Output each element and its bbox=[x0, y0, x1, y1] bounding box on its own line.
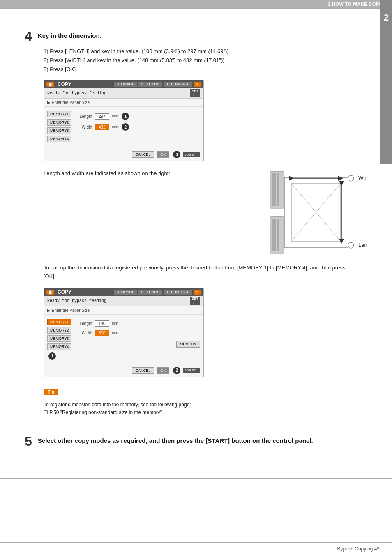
memory-label-btn[interactable]: MEMORY bbox=[176, 341, 200, 348]
panel1-body: MEMORY1 MEMORY2 MEMORY3 MEMORY4 Length 2… bbox=[44, 107, 203, 148]
step5-number: 5 bbox=[25, 435, 32, 448]
panel1-status-text: Ready for bypass feeding bbox=[47, 91, 106, 96]
panel2-title: COPY bbox=[58, 289, 111, 295]
panel2-header: 📋 COPY STORAGE SETTINGS ★ TEMPLATE ? bbox=[44, 288, 203, 296]
panel2-subtitle: ▶ Enter the Paper Size bbox=[44, 306, 203, 315]
panel1-nav: STORAGE SETTINGS ★ TEMPLATE ? bbox=[114, 82, 201, 87]
panel2-status-text: Ready for bypass feeding bbox=[47, 299, 106, 303]
page-header: 2 HOW TO MAKE COPIES bbox=[0, 0, 392, 8]
help-btn[interactable]: ? bbox=[194, 82, 201, 87]
cancel-btn-2[interactable]: CANCEL bbox=[132, 367, 154, 374]
panel1-status: Ready for bypass feeding SET1 bbox=[44, 88, 203, 99]
panel1-title: COPY bbox=[58, 81, 111, 87]
page-footer: Bypass Copying 49 bbox=[0, 542, 392, 555]
length-field-row: Length 297 mm 1 bbox=[76, 113, 200, 120]
p2-memory4-btn[interactable]: MEMORY4 bbox=[47, 343, 71, 350]
callout-p2-2: 2 bbox=[173, 367, 180, 374]
template-btn[interactable]: ★ TEMPLATE bbox=[164, 82, 192, 87]
svg-rect-3 bbox=[277, 173, 279, 206]
width-label: Width bbox=[76, 125, 92, 129]
p2-length-value[interactable]: 180 bbox=[95, 320, 109, 327]
job-status-2: JOB ST... bbox=[183, 368, 200, 373]
diagram-section: Length and width are indicated as shown … bbox=[44, 169, 367, 256]
callout-1: 1 bbox=[122, 113, 129, 120]
panel1-logo: 📋 bbox=[46, 82, 54, 87]
instruction-2: 2) Press [WIDTH] and key in the value. (… bbox=[44, 56, 367, 65]
panel1-subtitle: ▶ Enter the Paper Size bbox=[44, 99, 203, 107]
panel2-logo: 📋 bbox=[46, 290, 54, 295]
length-value[interactable]: 297 bbox=[95, 113, 109, 120]
desc-para: To call up the dimension data registered… bbox=[44, 264, 348, 281]
footer-text: Bypass Copying 49 bbox=[337, 546, 380, 552]
panel1-fields-col: Length 297 mm 1 Width 432 mm 2 bbox=[76, 111, 200, 144]
callout-p2-1: 1 bbox=[48, 352, 56, 360]
p2-width-value[interactable]: 300 bbox=[95, 330, 109, 336]
svg-rect-5 bbox=[272, 219, 274, 251]
p2-help-btn[interactable]: ? bbox=[194, 290, 201, 295]
callout-3: 3 bbox=[173, 151, 180, 158]
step4-instructions: 1) Press [LENGTH] and key in the value. … bbox=[44, 47, 367, 74]
panel2-status: Ready for bypass feeding SET1 bbox=[44, 296, 203, 306]
chapter-title: 2 HOW TO MAKE COPIES bbox=[328, 2, 387, 7]
tip-content: To register dimension data into the memo… bbox=[44, 401, 348, 417]
panel2-fields-col: Length 180 mm Width 300 mm MEMORY bbox=[76, 319, 200, 360]
p2-length-label: Length bbox=[76, 321, 92, 326]
svg-rect-1 bbox=[272, 173, 274, 206]
cancel-btn-1[interactable]: CANCEL bbox=[132, 151, 154, 158]
instruction-3: 3) Press [OK]. bbox=[44, 65, 367, 74]
copy-panel-2: 📋 COPY STORAGE SETTINGS ★ TEMPLATE ? Rea… bbox=[44, 288, 204, 377]
svg-text:Length: Length bbox=[358, 242, 367, 248]
step4-number: 4 bbox=[25, 30, 32, 43]
p2-template-btn[interactable]: ★ TEMPLATE bbox=[164, 290, 192, 295]
width-value[interactable]: 432 bbox=[95, 124, 109, 130]
length-unit: mm bbox=[112, 114, 118, 118]
panel2-nav: STORAGE SETTINGS ★ TEMPLATE ? bbox=[114, 290, 201, 295]
ok-btn-1[interactable]: OK bbox=[157, 151, 169, 158]
memory3-btn[interactable]: MEMORY3 bbox=[47, 127, 71, 134]
p2-length-unit: mm bbox=[112, 321, 118, 325]
panel1-header: 📋 COPY STORAGE SETTINGS ★ TEMPLATE ? bbox=[44, 80, 203, 88]
p2-storage-btn[interactable]: STORAGE bbox=[114, 290, 137, 295]
panel1-footer: CANCEL OK 3 JOB ST... bbox=[44, 148, 203, 161]
svg-text:Width: Width bbox=[358, 175, 367, 181]
callout-2: 2 bbox=[122, 123, 129, 131]
instruction-1: 1) Press [LENGTH] and key in the value. … bbox=[44, 47, 367, 56]
diagram-text: Length and width are indicated as shown … bbox=[44, 169, 170, 177]
tip-label: Tip bbox=[44, 389, 58, 395]
chapter-number-tab: 2 bbox=[380, 0, 392, 164]
svg-point-12 bbox=[348, 175, 354, 181]
p2-memory2-btn[interactable]: MEMORY2 bbox=[47, 327, 71, 334]
paper-diagram: Width Length bbox=[269, 169, 367, 256]
memory1-btn[interactable]: MEMORY1 bbox=[47, 111, 71, 117]
panel2-footer: CANCEL OK 2 JOB ST... bbox=[44, 364, 203, 377]
p2-width-unit: mm bbox=[112, 331, 118, 335]
svg-rect-7 bbox=[277, 219, 279, 251]
svg-point-13 bbox=[348, 242, 354, 248]
copy-panel-1: 📋 COPY STORAGE SETTINGS ★ TEMPLATE ? Rea… bbox=[44, 80, 204, 161]
storage-btn[interactable]: STORAGE bbox=[114, 82, 137, 87]
panel2-set-badge: SET1 bbox=[190, 297, 200, 305]
panel1-set-badge: SET1 bbox=[190, 89, 200, 97]
step5-title: Select other copy modes as required, and… bbox=[38, 437, 313, 444]
p2-length-field-row: Length 180 mm bbox=[76, 320, 200, 327]
p2-memory3-btn[interactable]: MEMORY3 bbox=[47, 335, 71, 342]
p2-memory1-btn[interactable]: MEMORY1 bbox=[47, 319, 71, 325]
panel2-memory-col: MEMORY1 MEMORY2 MEMORY3 MEMORY4 1 bbox=[47, 319, 71, 360]
panel1-memory-col: MEMORY1 MEMORY2 MEMORY3 MEMORY4 bbox=[47, 111, 71, 144]
ok-btn-2[interactable]: OK bbox=[157, 367, 169, 374]
step4-heading: 4 Key in the dimension. bbox=[25, 30, 367, 43]
panel2-body: MEMORY1 MEMORY2 MEMORY3 MEMORY4 1 Length… bbox=[44, 315, 203, 364]
width-field-row: Width 432 mm 2 bbox=[76, 123, 200, 131]
svg-rect-2 bbox=[274, 173, 276, 206]
memory4-btn[interactable]: MEMORY4 bbox=[47, 136, 71, 142]
length-label: Length bbox=[76, 114, 92, 119]
settings-btn[interactable]: SETTINGS bbox=[138, 82, 162, 87]
tip-line-2: ☐ P.50 "Registering non-standard size in… bbox=[44, 409, 348, 417]
p2-width-label: Width bbox=[76, 331, 92, 335]
memory2-btn[interactable]: MEMORY2 bbox=[47, 119, 71, 126]
step5-heading: 5 Select other copy modes as required, a… bbox=[25, 435, 367, 448]
tip-line-1: To register dimension data into the memo… bbox=[44, 401, 348, 409]
p2-width-field-row: Width 300 mm bbox=[76, 330, 200, 336]
svg-rect-6 bbox=[274, 219, 276, 251]
p2-settings-btn[interactable]: SETTINGS bbox=[138, 290, 162, 295]
